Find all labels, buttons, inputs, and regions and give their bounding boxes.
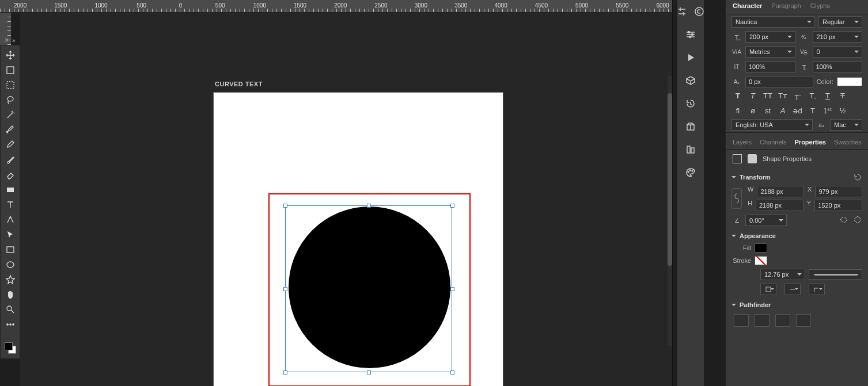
tab-layers[interactable]: Layers (733, 139, 752, 146)
baseline-input[interactable]: 0 px (745, 76, 813, 87)
handle-s[interactable] (367, 370, 371, 374)
flip-v-icon[interactable] (853, 216, 862, 225)
handle-ne[interactable] (450, 204, 454, 208)
x-input[interactable]: 979 px (815, 186, 862, 197)
strike-icon[interactable]: T (837, 91, 848, 102)
width-input[interactable]: 2188 px (757, 186, 804, 197)
pathfinder-section-header[interactable]: Pathfinder (726, 297, 868, 311)
ordinal-1st-icon[interactable]: 1ˢᵗ (822, 106, 833, 115)
subscript-icon[interactable]: T· (808, 91, 818, 102)
stroke-corner-select[interactable] (809, 284, 825, 295)
more-tools-icon[interactable] (5, 319, 16, 330)
pathfinder-unite-button[interactable] (734, 314, 749, 327)
handle-n[interactable] (367, 204, 371, 208)
live-shape-fill-icon[interactable] (748, 154, 757, 163)
stroke-align-select[interactable] (760, 284, 776, 295)
selection-bounding-box[interactable] (285, 205, 452, 372)
close-icon[interactable]: × (5, 36, 9, 44)
stroke-style-select[interactable] (809, 269, 862, 280)
align-icon[interactable] (685, 144, 696, 155)
allcaps-icon[interactable]: TT (763, 91, 773, 102)
leading-select[interactable]: 210 px (813, 31, 863, 43)
pen-tool-icon[interactable] (5, 125, 16, 135)
smallcaps-icon[interactable]: Tᴛ (778, 91, 788, 102)
type-tool-icon[interactable] (5, 200, 16, 210)
font-size-select[interactable]: 200 px (745, 31, 795, 43)
tab-character[interactable]: Character (733, 2, 762, 9)
shape-ellipse-tool-icon[interactable] (5, 259, 16, 270)
tab-channels[interactable]: Channels (760, 139, 786, 146)
direct-select-tool-icon[interactable] (5, 230, 16, 240)
tracking-select[interactable]: 0 (813, 46, 863, 58)
titling-icon[interactable]: a̶d (793, 106, 803, 115)
pathfinder-intersect-button[interactable] (775, 314, 790, 327)
sliders-icon[interactable] (685, 29, 696, 40)
live-shape-rect-icon[interactable] (733, 154, 742, 163)
canvas-scrollbar[interactable] (668, 76, 672, 346)
lasso-tool-icon[interactable] (5, 95, 16, 105)
kerning-select[interactable]: Metrics (745, 46, 795, 58)
stroke-swatch[interactable] (755, 256, 767, 265)
color-swatches-icon[interactable] (5, 342, 16, 354)
canvas[interactable]: CURVED TEXT (20, 13, 672, 386)
bold-icon[interactable]: T (733, 91, 743, 102)
underline-icon[interactable]: T (822, 91, 833, 102)
eraser-tool-icon[interactable] (5, 170, 16, 180)
superscript-icon[interactable]: T· (793, 91, 803, 102)
pathfinder-exclude-button[interactable] (796, 314, 811, 327)
rectangle-tool-icon[interactable] (5, 185, 16, 195)
tab-paragraph[interactable]: Paragraph (771, 2, 801, 9)
hand-tool-icon[interactable] (5, 289, 16, 300)
wand-tool-icon[interactable] (5, 110, 16, 120)
fill-swatch[interactable] (755, 243, 767, 253)
y-input[interactable]: 1520 px (814, 200, 862, 211)
angle-select[interactable]: 0.00° (745, 215, 787, 226)
history-icon[interactable] (685, 98, 696, 109)
handle-e[interactable] (450, 287, 454, 291)
antialias-select[interactable]: Mac (830, 119, 862, 131)
font-family-select[interactable]: Nautica (731, 16, 815, 28)
handle-nw[interactable] (283, 204, 287, 208)
move-tool-icon[interactable] (5, 50, 16, 60)
height-input[interactable]: 2188 px (756, 200, 803, 211)
font-style-select[interactable]: Regular (818, 16, 862, 28)
appearance-section-header[interactable]: Appearance (726, 228, 868, 242)
palette-icon[interactable] (685, 167, 696, 178)
package-icon[interactable] (685, 121, 696, 132)
italic-icon[interactable]: T (748, 91, 758, 102)
copyright-icon[interactable] (693, 6, 705, 17)
text-color-swatch[interactable] (837, 77, 862, 86)
pathfinder-subtract-button[interactable] (755, 314, 770, 327)
play-icon[interactable] (685, 52, 696, 63)
marquee-tool-icon[interactable] (5, 80, 16, 90)
zoom-tool-icon[interactable] (5, 304, 16, 315)
language-select[interactable]: English: USA (731, 119, 813, 131)
ruler-horizontal[interactable]: 2000150010005000500100015002000250030003… (0, 0, 672, 13)
artboard-tool-icon[interactable] (5, 65, 16, 75)
fraction-t-icon[interactable]: T (808, 106, 818, 115)
tab-expand-icon[interactable]: » (12, 37, 16, 44)
stylistic-icon[interactable]: st (763, 106, 773, 115)
transform-section-header[interactable]: Transform (726, 168, 868, 184)
swash-icon[interactable]: A (778, 106, 788, 115)
handle-w[interactable] (283, 287, 287, 291)
pen-curve-tool-icon[interactable] (5, 215, 16, 225)
ligature-fi-icon[interactable]: fi (733, 106, 743, 115)
link-wh-icon[interactable] (731, 188, 742, 209)
vscale-input[interactable]: 100% (745, 61, 795, 72)
stroke-width-select[interactable]: 12.76 px (760, 269, 805, 280)
tab-glyphs[interactable]: Glyphs (810, 2, 830, 9)
cube-icon[interactable] (685, 75, 696, 86)
flip-h-icon[interactable] (839, 216, 848, 225)
handle-sw[interactable] (283, 370, 287, 374)
tab-properties[interactable]: Properties (795, 139, 826, 146)
ordinal-icon[interactable]: ø (748, 106, 758, 115)
handle-se[interactable] (450, 370, 454, 374)
document-tab[interactable]: × » (0, 36, 20, 45)
brush-tool-icon[interactable] (5, 155, 16, 165)
shape-rect-tool-icon[interactable] (5, 244, 16, 255)
fraction-half-icon[interactable]: ½ (837, 106, 848, 115)
reset-icon[interactable] (853, 173, 862, 182)
adjust-icon[interactable] (676, 6, 688, 17)
shape-star-tool-icon[interactable] (5, 274, 16, 285)
